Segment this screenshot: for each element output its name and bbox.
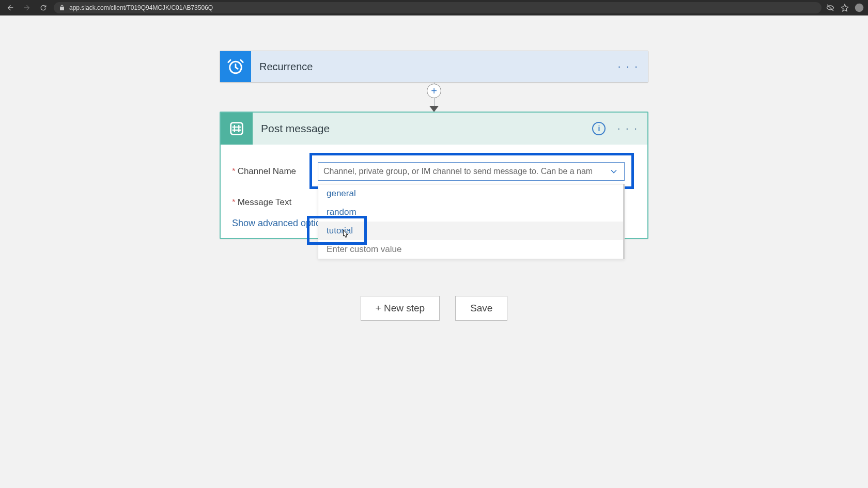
channel-name-label-text: Channel Name <box>238 166 296 177</box>
connector: + <box>220 83 648 112</box>
save-button[interactable]: Save <box>455 296 507 321</box>
chevron-down-icon <box>609 166 619 177</box>
new-step-button[interactable]: + New step <box>361 296 440 321</box>
option-label: tutorial <box>327 226 353 235</box>
footer-buttons: + New step Save <box>220 296 648 321</box>
reload-button[interactable] <box>37 2 50 14</box>
dropdown-option-general[interactable]: general <box>318 184 623 203</box>
page-canvas: Recurrence · · · + Post message i <box>0 15 868 488</box>
star-icon[interactable] <box>840 3 849 12</box>
browser-right-icons <box>826 3 864 12</box>
address-bar[interactable]: app.slack.com/client/T019Q94MCJK/C01AB73… <box>54 2 822 13</box>
post-message-title: Post message <box>253 122 330 135</box>
recurrence-more-button[interactable]: · · · <box>617 60 639 73</box>
forward-button[interactable] <box>21 2 33 14</box>
channel-dropdown-placeholder: Channel, private group, or IM channel to… <box>323 167 609 176</box>
recurrence-card[interactable]: Recurrence · · · <box>220 51 648 83</box>
alarm-clock-icon <box>227 58 244 75</box>
svg-point-1 <box>855 4 864 12</box>
dropdown-option-random[interactable]: random <box>318 203 623 222</box>
channel-name-label: * Channel Name <box>221 166 318 177</box>
browser-toolbar: app.slack.com/client/T019Q94MCJK/C01AB73… <box>0 0 868 15</box>
recurrence-icon <box>220 51 251 82</box>
message-text-label-text: Message Text <box>238 197 292 208</box>
option-label: Enter custom value <box>327 244 402 254</box>
reload-icon <box>39 4 48 12</box>
arrow-left-icon <box>6 4 14 12</box>
recurrence-title: Recurrence <box>251 61 313 73</box>
message-text-label: * Message Text <box>221 197 318 208</box>
advanced-label-text: Show advanced options <box>232 218 331 229</box>
arrow-right-icon <box>23 4 31 12</box>
channel-name-dropdown[interactable]: Channel, private group, or IM channel to… <box>318 162 625 181</box>
add-step-button[interactable]: + <box>427 84 441 98</box>
option-label: random <box>327 207 357 217</box>
incognito-icon[interactable] <box>826 3 835 12</box>
slack-icon <box>221 113 253 145</box>
post-message-more-button[interactable]: · · · <box>617 122 638 135</box>
dropdown-option-custom[interactable]: Enter custom value <box>318 240 623 259</box>
post-message-card[interactable]: Post message i · · · * Channel Name Chan <box>220 112 648 239</box>
slack-hash-icon <box>228 120 245 137</box>
info-button[interactable]: i <box>592 122 606 135</box>
back-button[interactable] <box>4 2 17 14</box>
profile-icon[interactable] <box>855 3 864 12</box>
svg-rect-3 <box>231 123 243 135</box>
channel-dropdown-list[interactable]: general random tutorial <box>318 184 625 259</box>
dropdown-option-tutorial[interactable]: tutorial <box>318 222 623 240</box>
url-text: app.slack.com/client/T019Q94MCJK/C01AB73… <box>69 4 213 11</box>
lock-icon <box>59 5 65 11</box>
option-label: general <box>327 188 356 198</box>
